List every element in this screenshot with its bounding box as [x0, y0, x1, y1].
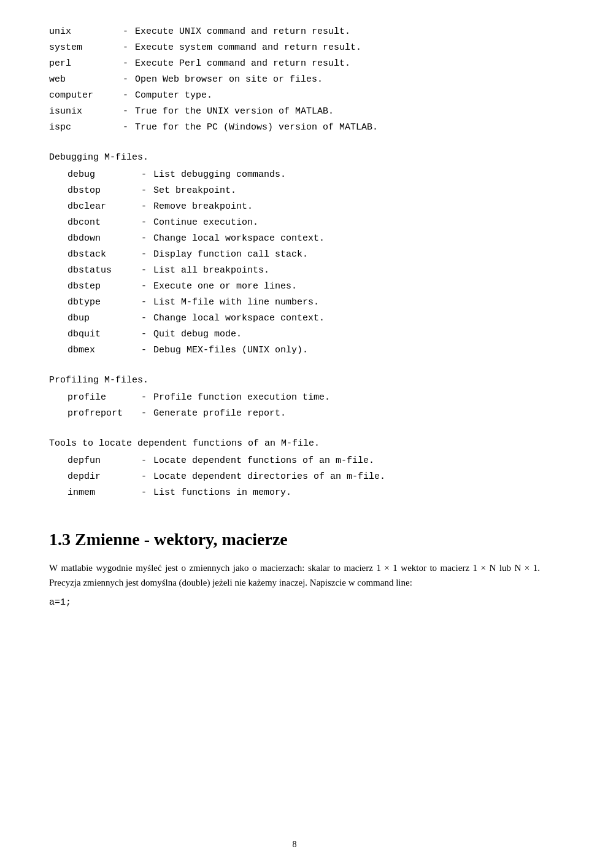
- table-row: debug-List debugging commands.: [67, 168, 540, 182]
- cmd-dash: -: [141, 279, 153, 294]
- cmd-desc: List debugging commands.: [153, 168, 540, 182]
- cmd-desc: Computer type.: [135, 88, 540, 103]
- table-row: dbclear-Remove breakpoint.: [67, 200, 540, 214]
- cmd-desc: True for the UNIX version of MATLAB.: [135, 104, 540, 119]
- table-row: inmem-List functions in memory.: [67, 486, 540, 500]
- cmd-dash: -: [141, 486, 153, 500]
- profiling-header: Profiling M-files.: [49, 375, 540, 386]
- cmd-dash: -: [141, 454, 153, 468]
- cmd-name: dbstack: [67, 247, 141, 262]
- cmd-dash: -: [123, 88, 135, 103]
- cmd-name: dbclear: [67, 200, 141, 214]
- cmd-desc: Remove breakpoint.: [153, 200, 540, 214]
- cmd-desc: Execute Perl command and return result.: [135, 56, 540, 71]
- cmd-name: debug: [67, 168, 141, 182]
- table-row: unix-Execute UNIX command and return res…: [49, 25, 540, 39]
- cmd-desc: Continue execution.: [153, 215, 540, 230]
- debugging-header: Debugging M-files.: [49, 152, 540, 163]
- cmd-dash: -: [123, 72, 135, 87]
- cmd-name: dbquit: [67, 327, 141, 342]
- cmd-name: dbdown: [67, 231, 141, 246]
- cmd-dash: -: [123, 120, 135, 135]
- cmd-desc: Execute UNIX command and return result.: [135, 25, 540, 39]
- cmd-name: depfun: [67, 454, 141, 468]
- table-row: dbmex-Debug MEX-files (UNIX only).: [67, 343, 540, 358]
- cmd-name: web: [49, 72, 123, 87]
- cmd-dash: -: [141, 343, 153, 358]
- table-row: dbstop-Set breakpoint.: [67, 184, 540, 198]
- cmd-desc: Execute one or more lines.: [153, 279, 540, 294]
- cmd-name: ispc: [49, 120, 123, 135]
- cmd-dash: -: [141, 247, 153, 262]
- cmd-dash: -: [141, 327, 153, 342]
- table-row: dbstack-Display function call stack.: [67, 247, 540, 262]
- cmd-dash: -: [141, 231, 153, 246]
- table-row: dbup-Change local workspace context.: [67, 311, 540, 326]
- cmd-dash: -: [141, 215, 153, 230]
- cmd-name: depdir: [67, 470, 141, 484]
- cmd-desc: Set breakpoint.: [153, 184, 540, 198]
- cmd-desc: List M-file with line numbers.: [153, 295, 540, 310]
- table-row: dbquit-Quit debug mode.: [67, 327, 540, 342]
- table-row: dbstep-Execute one or more lines.: [67, 279, 540, 294]
- table-row: web-Open Web browser on site or files.: [49, 72, 540, 87]
- cmd-desc: Open Web browser on site or files.: [135, 72, 540, 87]
- section-heading: 1.3 Zmienne - wektory, macierze: [49, 530, 540, 549]
- cmd-dash: -: [141, 390, 153, 405]
- table-row: system-Execute system command and return…: [49, 41, 540, 55]
- top-commands-table: unix-Execute UNIX command and return res…: [49, 25, 540, 135]
- page-number: 8: [0, 840, 589, 850]
- cmd-desc: Debug MEX-files (UNIX only).: [153, 343, 540, 358]
- table-row: depdir-Locate dependent directories of a…: [67, 470, 540, 484]
- cmd-desc: List functions in memory.: [153, 486, 540, 500]
- table-row: dbcont-Continue execution.: [67, 215, 540, 230]
- cmd-name: unix: [49, 25, 123, 39]
- cmd-desc: Execute system command and return result…: [135, 41, 540, 55]
- table-row: isunix-True for the UNIX version of MATL…: [49, 104, 540, 119]
- tools-header: Tools to locate dependent functions of a…: [49, 438, 540, 449]
- table-row: perl-Execute Perl command and return res…: [49, 56, 540, 71]
- cmd-dash: -: [141, 295, 153, 310]
- table-row: ispc-True for the PC (Windows) version o…: [49, 120, 540, 135]
- cmd-name: inmem: [67, 486, 141, 500]
- cmd-dash: -: [123, 41, 135, 55]
- cmd-dash: -: [141, 263, 153, 278]
- code-example: a=1;: [49, 597, 540, 608]
- cmd-dash: -: [141, 184, 153, 198]
- cmd-dash: -: [141, 168, 153, 182]
- body-paragraph: W matlabie wygodnie myśleć jest o zmienn…: [49, 560, 540, 590]
- cmd-desc: Generate profile report.: [153, 406, 540, 421]
- table-row: profile-Profile function execution time.: [67, 390, 540, 405]
- table-row: profreport-Generate profile report.: [67, 406, 540, 421]
- cmd-desc: Display function call stack.: [153, 247, 540, 262]
- profiling-commands-table: profile-Profile function execution time.…: [49, 390, 540, 421]
- cmd-name: dbstep: [67, 279, 141, 294]
- cmd-desc: Locate dependent directories of an m-fil…: [153, 470, 540, 484]
- table-row: dbstatus-List all breakpoints.: [67, 263, 540, 278]
- cmd-name: dbtype: [67, 295, 141, 310]
- cmd-desc: True for the PC (Windows) version of MAT…: [135, 120, 540, 135]
- cmd-name: profreport: [67, 406, 141, 421]
- table-row: dbdown-Change local workspace context.: [67, 231, 540, 246]
- cmd-name: profile: [67, 390, 141, 405]
- cmd-name: computer: [49, 88, 123, 103]
- cmd-desc: Profile function execution time.: [153, 390, 540, 405]
- cmd-name: isunix: [49, 104, 123, 119]
- cmd-name: dbstatus: [67, 263, 141, 278]
- cmd-desc: Locate dependent functions of an m-file.: [153, 454, 540, 468]
- cmd-name: dbmex: [67, 343, 141, 358]
- cmd-dash: -: [123, 104, 135, 119]
- cmd-desc: Change local workspace context.: [153, 311, 540, 326]
- tools-commands-table: depfun-Locate dependent functions of an …: [49, 454, 540, 500]
- cmd-name: dbcont: [67, 215, 141, 230]
- cmd-desc: List all breakpoints.: [153, 263, 540, 278]
- cmd-name: perl: [49, 56, 123, 71]
- cmd-name: dbstop: [67, 184, 141, 198]
- cmd-desc: Quit debug mode.: [153, 327, 540, 342]
- cmd-dash: -: [123, 56, 135, 71]
- cmd-desc: Change local workspace context.: [153, 231, 540, 246]
- cmd-dash: -: [141, 200, 153, 214]
- cmd-name: dbup: [67, 311, 141, 326]
- table-row: depfun-Locate dependent functions of an …: [67, 454, 540, 468]
- cmd-dash: -: [141, 470, 153, 484]
